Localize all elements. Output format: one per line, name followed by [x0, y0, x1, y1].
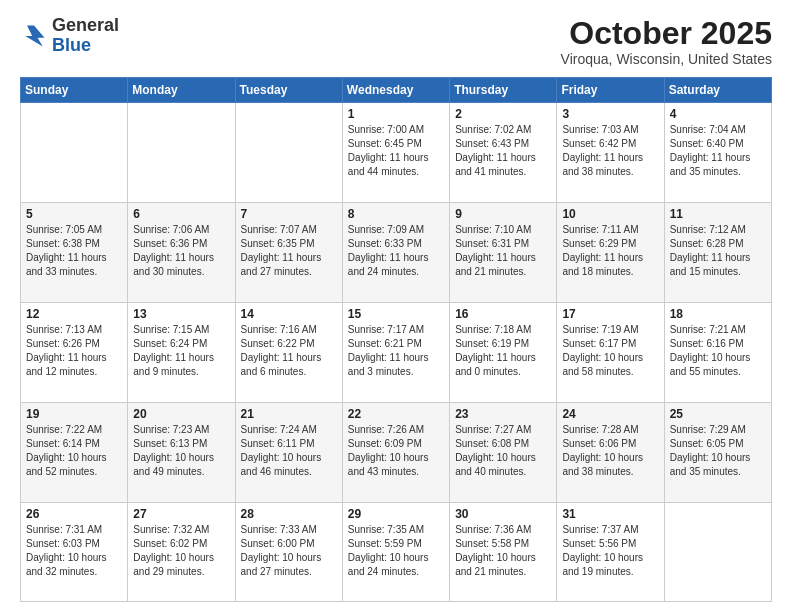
calendar-cell: 13Sunrise: 7:15 AMSunset: 6:24 PMDayligh… — [128, 303, 235, 403]
day-number: 19 — [26, 407, 122, 421]
calendar-cell: 18Sunrise: 7:21 AMSunset: 6:16 PMDayligh… — [664, 303, 771, 403]
calendar-week-row: 26Sunrise: 7:31 AMSunset: 6:03 PMDayligh… — [21, 503, 772, 602]
logo-text: General Blue — [52, 16, 119, 56]
calendar-cell — [235, 103, 342, 203]
calendar-cell: 3Sunrise: 7:03 AMSunset: 6:42 PMDaylight… — [557, 103, 664, 203]
day-info: Sunrise: 7:22 AMSunset: 6:14 PMDaylight:… — [26, 423, 122, 479]
day-number: 26 — [26, 507, 122, 521]
day-number: 14 — [241, 307, 337, 321]
day-info: Sunrise: 7:12 AMSunset: 6:28 PMDaylight:… — [670, 223, 766, 279]
calendar-cell: 31Sunrise: 7:37 AMSunset: 5:56 PMDayligh… — [557, 503, 664, 602]
calendar-cell: 19Sunrise: 7:22 AMSunset: 6:14 PMDayligh… — [21, 403, 128, 503]
day-number: 10 — [562, 207, 658, 221]
calendar-cell: 26Sunrise: 7:31 AMSunset: 6:03 PMDayligh… — [21, 503, 128, 602]
calendar-cell: 29Sunrise: 7:35 AMSunset: 5:59 PMDayligh… — [342, 503, 449, 602]
page: General Blue October 2025 Viroqua, Wisco… — [0, 0, 792, 612]
calendar-cell: 5Sunrise: 7:05 AMSunset: 6:38 PMDaylight… — [21, 203, 128, 303]
day-number: 8 — [348, 207, 444, 221]
calendar-cell — [128, 103, 235, 203]
day-info: Sunrise: 7:02 AMSunset: 6:43 PMDaylight:… — [455, 123, 551, 179]
day-number: 21 — [241, 407, 337, 421]
calendar-cell: 17Sunrise: 7:19 AMSunset: 6:17 PMDayligh… — [557, 303, 664, 403]
weekday-header-saturday: Saturday — [664, 78, 771, 103]
day-number: 17 — [562, 307, 658, 321]
day-number: 30 — [455, 507, 551, 521]
calendar-week-row: 12Sunrise: 7:13 AMSunset: 6:26 PMDayligh… — [21, 303, 772, 403]
weekday-header-wednesday: Wednesday — [342, 78, 449, 103]
calendar-table: SundayMondayTuesdayWednesdayThursdayFrid… — [20, 77, 772, 602]
logo: General Blue — [20, 16, 119, 56]
calendar-cell: 10Sunrise: 7:11 AMSunset: 6:29 PMDayligh… — [557, 203, 664, 303]
calendar-cell: 9Sunrise: 7:10 AMSunset: 6:31 PMDaylight… — [450, 203, 557, 303]
calendar-cell: 6Sunrise: 7:06 AMSunset: 6:36 PMDaylight… — [128, 203, 235, 303]
day-number: 13 — [133, 307, 229, 321]
day-info: Sunrise: 7:18 AMSunset: 6:19 PMDaylight:… — [455, 323, 551, 379]
day-info: Sunrise: 7:28 AMSunset: 6:06 PMDaylight:… — [562, 423, 658, 479]
day-info: Sunrise: 7:37 AMSunset: 5:56 PMDaylight:… — [562, 523, 658, 579]
location: Viroqua, Wisconsin, United States — [561, 51, 772, 67]
day-info: Sunrise: 7:29 AMSunset: 6:05 PMDaylight:… — [670, 423, 766, 479]
calendar-cell: 7Sunrise: 7:07 AMSunset: 6:35 PMDaylight… — [235, 203, 342, 303]
day-info: Sunrise: 7:09 AMSunset: 6:33 PMDaylight:… — [348, 223, 444, 279]
day-number: 31 — [562, 507, 658, 521]
calendar-cell: 24Sunrise: 7:28 AMSunset: 6:06 PMDayligh… — [557, 403, 664, 503]
day-info: Sunrise: 7:15 AMSunset: 6:24 PMDaylight:… — [133, 323, 229, 379]
calendar-cell: 16Sunrise: 7:18 AMSunset: 6:19 PMDayligh… — [450, 303, 557, 403]
day-info: Sunrise: 7:13 AMSunset: 6:26 PMDaylight:… — [26, 323, 122, 379]
day-info: Sunrise: 7:35 AMSunset: 5:59 PMDaylight:… — [348, 523, 444, 579]
weekday-header-thursday: Thursday — [450, 78, 557, 103]
weekday-header-tuesday: Tuesday — [235, 78, 342, 103]
calendar-week-row: 5Sunrise: 7:05 AMSunset: 6:38 PMDaylight… — [21, 203, 772, 303]
calendar-cell: 1Sunrise: 7:00 AMSunset: 6:45 PMDaylight… — [342, 103, 449, 203]
calendar-cell: 25Sunrise: 7:29 AMSunset: 6:05 PMDayligh… — [664, 403, 771, 503]
calendar-cell: 20Sunrise: 7:23 AMSunset: 6:13 PMDayligh… — [128, 403, 235, 503]
svg-marker-0 — [25, 25, 44, 46]
title-block: October 2025 Viroqua, Wisconsin, United … — [561, 16, 772, 67]
day-info: Sunrise: 7:32 AMSunset: 6:02 PMDaylight:… — [133, 523, 229, 579]
calendar-cell: 11Sunrise: 7:12 AMSunset: 6:28 PMDayligh… — [664, 203, 771, 303]
day-info: Sunrise: 7:07 AMSunset: 6:35 PMDaylight:… — [241, 223, 337, 279]
day-number: 11 — [670, 207, 766, 221]
calendar-cell: 14Sunrise: 7:16 AMSunset: 6:22 PMDayligh… — [235, 303, 342, 403]
calendar-cell: 8Sunrise: 7:09 AMSunset: 6:33 PMDaylight… — [342, 203, 449, 303]
day-info: Sunrise: 7:23 AMSunset: 6:13 PMDaylight:… — [133, 423, 229, 479]
day-info: Sunrise: 7:11 AMSunset: 6:29 PMDaylight:… — [562, 223, 658, 279]
day-info: Sunrise: 7:03 AMSunset: 6:42 PMDaylight:… — [562, 123, 658, 179]
day-info: Sunrise: 7:33 AMSunset: 6:00 PMDaylight:… — [241, 523, 337, 579]
day-number: 7 — [241, 207, 337, 221]
day-number: 18 — [670, 307, 766, 321]
day-number: 9 — [455, 207, 551, 221]
day-number: 25 — [670, 407, 766, 421]
day-info: Sunrise: 7:17 AMSunset: 6:21 PMDaylight:… — [348, 323, 444, 379]
day-number: 15 — [348, 307, 444, 321]
calendar-cell: 30Sunrise: 7:36 AMSunset: 5:58 PMDayligh… — [450, 503, 557, 602]
day-info: Sunrise: 7:06 AMSunset: 6:36 PMDaylight:… — [133, 223, 229, 279]
day-info: Sunrise: 7:36 AMSunset: 5:58 PMDaylight:… — [455, 523, 551, 579]
day-info: Sunrise: 7:05 AMSunset: 6:38 PMDaylight:… — [26, 223, 122, 279]
weekday-header-sunday: Sunday — [21, 78, 128, 103]
calendar-cell: 28Sunrise: 7:33 AMSunset: 6:00 PMDayligh… — [235, 503, 342, 602]
day-number: 29 — [348, 507, 444, 521]
day-info: Sunrise: 7:26 AMSunset: 6:09 PMDaylight:… — [348, 423, 444, 479]
calendar-week-row: 19Sunrise: 7:22 AMSunset: 6:14 PMDayligh… — [21, 403, 772, 503]
calendar-cell: 2Sunrise: 7:02 AMSunset: 6:43 PMDaylight… — [450, 103, 557, 203]
day-info: Sunrise: 7:24 AMSunset: 6:11 PMDaylight:… — [241, 423, 337, 479]
calendar-cell — [664, 503, 771, 602]
calendar-cell: 22Sunrise: 7:26 AMSunset: 6:09 PMDayligh… — [342, 403, 449, 503]
calendar-cell: 4Sunrise: 7:04 AMSunset: 6:40 PMDaylight… — [664, 103, 771, 203]
day-number: 3 — [562, 107, 658, 121]
day-info: Sunrise: 7:21 AMSunset: 6:16 PMDaylight:… — [670, 323, 766, 379]
day-number: 24 — [562, 407, 658, 421]
day-number: 12 — [26, 307, 122, 321]
day-info: Sunrise: 7:00 AMSunset: 6:45 PMDaylight:… — [348, 123, 444, 179]
day-info: Sunrise: 7:19 AMSunset: 6:17 PMDaylight:… — [562, 323, 658, 379]
day-number: 23 — [455, 407, 551, 421]
calendar-cell: 23Sunrise: 7:27 AMSunset: 6:08 PMDayligh… — [450, 403, 557, 503]
day-number: 22 — [348, 407, 444, 421]
calendar-cell: 27Sunrise: 7:32 AMSunset: 6:02 PMDayligh… — [128, 503, 235, 602]
header: General Blue October 2025 Viroqua, Wisco… — [20, 16, 772, 67]
weekday-header-row: SundayMondayTuesdayWednesdayThursdayFrid… — [21, 78, 772, 103]
logo-general: General — [52, 15, 119, 35]
day-number: 1 — [348, 107, 444, 121]
day-number: 28 — [241, 507, 337, 521]
